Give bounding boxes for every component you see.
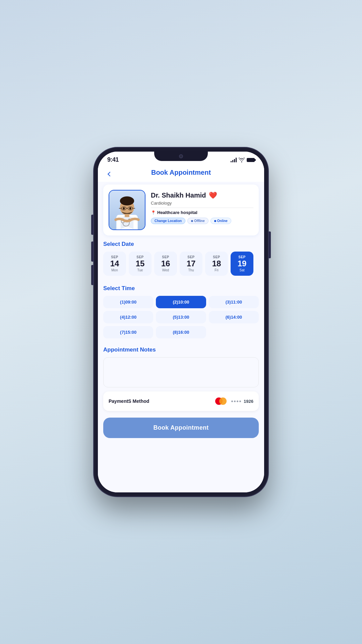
doctor-name: Dr. Shaikh Hamid <box>151 192 206 199</box>
doctor-image <box>109 191 145 229</box>
select-date-title: Select Date <box>103 241 259 248</box>
battery-icon <box>247 158 255 162</box>
time-grid: (1)09:00(2)10:00(3)11:00(4)12:00(5)13:00… <box>103 296 259 338</box>
back-button[interactable] <box>105 169 115 179</box>
wifi-icon <box>239 158 245 162</box>
heart-icon[interactable]: ❤️ <box>209 191 217 199</box>
payment-label: PaymentS Method <box>109 398 149 404</box>
date-month: SEP <box>187 255 195 259</box>
online-dot <box>214 220 216 222</box>
change-location-tag[interactable]: Change Location <box>151 218 185 224</box>
date-item[interactable]: SEP 14 Mon <box>103 252 126 276</box>
time-item[interactable]: (1)09:00 <box>103 296 153 308</box>
svg-point-11 <box>123 207 125 210</box>
time-item[interactable]: (7)15:00 <box>103 326 153 338</box>
mc-orange-circle <box>219 397 227 405</box>
date-weekday: Fri <box>215 268 219 272</box>
location-icon: 📍 <box>151 210 156 215</box>
date-month: SEP <box>162 255 169 259</box>
card-last4: 1926 <box>244 399 253 404</box>
date-month: SEP <box>136 255 144 259</box>
date-item[interactable]: SEP 16 Wed <box>154 252 177 276</box>
date-weekday: Wed <box>162 268 169 272</box>
time-item[interactable]: (4)12:00 <box>103 311 153 323</box>
content-area: Book Appointment <box>98 166 264 492</box>
doctor-specialty: Cardiology <box>151 201 253 206</box>
doctor-card: Dr. Shaikh Hamid ❤️ Cardiology 📍 Healthc… <box>103 184 259 235</box>
status-time: 9:41 <box>107 156 119 163</box>
book-appointment-button[interactable]: Book Appointment <box>103 418 259 438</box>
date-item[interactable]: SEP 19 Sat <box>231 252 253 276</box>
date-row: SEP 14 Mon SEP 15 Tue SEP 16 Wed SEP 17 … <box>103 252 259 277</box>
svg-point-12 <box>129 207 131 210</box>
payment-card[interactable]: PaymentS Method 1926 <box>103 391 259 411</box>
date-month: SEP <box>213 255 220 259</box>
divider <box>151 208 253 208</box>
time-item[interactable]: (2)10:00 <box>156 296 206 308</box>
hospital-row: 📍 Healthcare hospital <box>151 210 253 215</box>
date-day: 14 <box>110 260 119 268</box>
hospital-name: Healthcare hospital <box>157 210 197 215</box>
mastercard-icon <box>215 397 229 406</box>
page-title: Book Appointment <box>151 169 211 176</box>
notch <box>154 152 208 161</box>
doctor-name-row: Dr. Shaikh Hamid ❤️ <box>151 191 253 199</box>
date-item[interactable]: SEP 18 Fri <box>205 252 228 276</box>
date-weekday: Sat <box>239 268 244 272</box>
back-arrow-icon <box>108 171 112 176</box>
svg-rect-13 <box>125 214 129 217</box>
time-item[interactable]: (8)16:00 <box>156 326 206 338</box>
date-item[interactable]: SEP 17 Thu <box>180 252 202 276</box>
date-weekday: Thu <box>188 268 194 272</box>
signal-icon <box>231 158 237 162</box>
time-item[interactable]: (5)13:00 <box>156 311 206 323</box>
date-weekday: Mon <box>111 268 118 272</box>
date-day: 16 <box>161 260 170 268</box>
select-time-title: Select Time <box>103 285 259 292</box>
select-date-section: Select Date SEP 14 Mon SEP 15 Tue SEP 16… <box>98 235 264 280</box>
date-day: 19 <box>238 260 247 268</box>
doctor-avatar <box>109 190 145 230</box>
notes-title: Appointment Notes <box>103 346 259 353</box>
status-icons <box>231 158 255 162</box>
tags-row: Change Location Offline Online <box>151 218 253 224</box>
online-tag: Online <box>210 218 231 224</box>
notes-section: Appointment Notes <box>98 341 264 391</box>
payment-right: 1926 <box>215 397 253 406</box>
time-item[interactable]: (3)11:00 <box>209 296 259 308</box>
select-time-section: Select Time (1)09:00(2)10:00(3)11:00(4)1… <box>98 280 264 341</box>
notes-input[interactable] <box>103 357 259 387</box>
date-day: 15 <box>136 260 145 268</box>
offline-tag: Offline <box>187 218 208 224</box>
date-month: SEP <box>111 255 118 259</box>
date-month: SEP <box>238 255 246 259</box>
header: Book Appointment <box>98 166 264 182</box>
svg-point-5 <box>120 197 134 206</box>
camera <box>179 154 183 158</box>
time-item[interactable]: (6)14:00 <box>209 311 259 323</box>
doctor-info: Dr. Shaikh Hamid ❤️ Cardiology 📍 Healthc… <box>151 190 253 224</box>
card-dots <box>231 400 241 402</box>
offline-dot <box>191 220 193 222</box>
date-item[interactable]: SEP 15 Tue <box>129 252 152 276</box>
date-day: 17 <box>187 260 196 268</box>
date-day: 18 <box>212 260 221 268</box>
date-weekday: Tue <box>137 268 143 272</box>
